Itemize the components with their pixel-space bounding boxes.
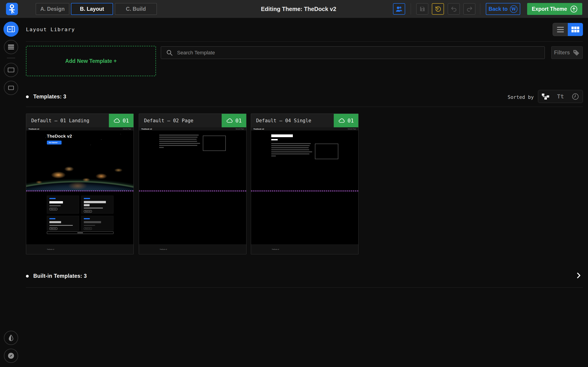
topbar: A. Design B. Layout C. Build Editing The… — [0, 0, 588, 18]
sort-by-name-button[interactable]: Tt — [553, 90, 567, 103]
card-title: Default – 01 Landing — [31, 114, 89, 127]
preview-post: Read more — [81, 196, 113, 214]
sidebar-divider — [7, 58, 15, 58]
save-button[interactable] — [416, 3, 428, 15]
hierarchy-sort-icon — [541, 93, 550, 100]
preview-post: Read more — [47, 196, 79, 214]
card-header: Default – 01 Landing 01 — [26, 114, 133, 127]
preview-footer-text: TheDock v2 — [272, 249, 279, 250]
editing-theme-title: Editing Theme: TheDock v2 — [225, 0, 372, 18]
sorted-by-label: Sorted by — [508, 94, 534, 100]
preview-post: Read more — [47, 216, 79, 231]
wordpress-icon: W — [510, 5, 518, 13]
template-card-landing[interactable]: Default – 01 Landing 01 TheDock v2 Sampl… — [26, 114, 134, 254]
preview-navbar: TheDock v2 Sample Page — [26, 127, 133, 131]
search-icon — [166, 49, 173, 56]
sidebar-item-footer[interactable] — [4, 81, 18, 95]
card-header: Default – 02 Page 01 — [139, 114, 246, 127]
preview-hero-title: TheDock v2 — [47, 134, 72, 139]
preview-footer-text: TheDock v2 — [160, 249, 167, 250]
sort-by-structure-button[interactable] — [539, 90, 552, 103]
grid-view-button[interactable] — [568, 23, 583, 36]
builtin-templates-row[interactable]: Built-in Templates: 3 — [26, 273, 87, 279]
preview-image-placeholder — [315, 144, 338, 159]
expand-builtin-button[interactable] — [575, 272, 582, 279]
sidebar-item-compass[interactable] — [4, 349, 18, 363]
template-card-page[interactable]: Default – 02 Page 01 TheDock v2 Sample P… — [139, 114, 246, 254]
card-title: Default – 04 Single — [256, 114, 311, 127]
preview-nav-link: Sample Page — [348, 128, 356, 130]
preview-title-bar — [271, 134, 293, 137]
preview-view-more-button — [47, 232, 113, 234]
arrow-right-icon: → — [58, 142, 60, 143]
preview-navbar: TheDock v2 Sample Page — [251, 127, 358, 131]
preview-brand: TheDock v2 — [253, 128, 264, 130]
sidebar-item-contrast[interactable] — [4, 331, 18, 345]
preview-nav-link: Sample Page — [123, 128, 131, 130]
bullet-icon — [26, 95, 29, 98]
ankh-logo-icon — [9, 4, 15, 14]
sort-by-date-button[interactable] — [569, 90, 582, 103]
compass-icon — [7, 352, 15, 359]
clock-sort-icon — [572, 93, 579, 100]
tab-design[interactable]: A. Design — [36, 3, 69, 15]
history-clock-icon — [435, 6, 441, 12]
back-to-wordpress-button[interactable]: Back to W — [486, 3, 520, 15]
users-icon — [396, 6, 403, 12]
view-toggle — [553, 23, 583, 36]
cloud-icon — [226, 118, 233, 123]
undo-icon — [451, 6, 457, 12]
app-window: A. Design B. Layout C. Build Editing The… — [0, 0, 588, 367]
add-new-template-button[interactable]: Add New Template + — [26, 46, 156, 76]
sync-badge[interactable]: 01 — [334, 114, 358, 127]
layout-library-icon — [7, 26, 15, 32]
export-upload-icon — [570, 5, 578, 13]
preview-footer: TheDock v2 — [26, 244, 133, 254]
redo-button[interactable] — [463, 3, 476, 15]
chevron-right-icon — [575, 272, 582, 279]
template-card-single[interactable]: Default – 04 Single 01 TheDock v2 Sample… — [251, 114, 359, 254]
list-view-icon — [557, 27, 564, 28]
sync-badge[interactable]: 01 — [109, 114, 133, 127]
filters-button[interactable]: Filters — [551, 46, 583, 59]
search-input[interactable] — [177, 50, 540, 56]
section-split-line — [139, 191, 246, 191]
preview-hero-image: TheDock v2 Get Started → — [26, 131, 133, 191]
preview-post: Read more — [81, 216, 113, 231]
preview-navbar: TheDock v2 Sample Page — [139, 127, 246, 131]
filters-label: Filters — [554, 50, 570, 56]
rows-icon — [8, 44, 15, 50]
sidebar-item-header[interactable] — [4, 63, 18, 77]
tag-icon — [573, 49, 580, 56]
header-frame-icon — [7, 67, 15, 73]
undo-button[interactable] — [448, 3, 460, 15]
sidebar-item-sections[interactable] — [4, 40, 18, 54]
list-view-button[interactable] — [553, 23, 568, 36]
tab-layout[interactable]: B. Layout — [71, 3, 113, 15]
collaborators-button[interactable] — [393, 3, 405, 15]
preview-brand: TheDock v2 — [28, 128, 39, 130]
redo-icon — [466, 6, 473, 12]
templates-count-row: Templates: 3 — [26, 94, 66, 100]
tab-build[interactable]: C. Build — [115, 3, 157, 15]
sync-badge[interactable]: 01 — [222, 114, 246, 127]
preview-footer-text: TheDock v2 — [47, 249, 54, 250]
builtin-templates-label: Built-in Templates: 3 — [33, 273, 87, 279]
tab-design-label: A. Design — [40, 6, 65, 12]
preview-meta-bar — [271, 139, 278, 140]
preview-hero-button: Get Started → — [47, 141, 61, 144]
sidebar-item-layout-library[interactable] — [3, 22, 19, 37]
section-split-line — [251, 191, 358, 191]
toolbar-divider — [480, 3, 480, 15]
separator — [26, 107, 583, 107]
history-button[interactable] — [432, 3, 444, 15]
export-theme-button[interactable]: Export Theme — [527, 3, 582, 15]
add-new-template-label: Add New Template + — [65, 58, 117, 64]
page-title: Layout Library — [26, 27, 75, 32]
preview-footer: TheDock v2 — [251, 244, 358, 254]
card-title: Default – 02 Page — [144, 114, 193, 127]
section-split-line — [26, 191, 133, 191]
alphabetical-sort-icon: Tt — [557, 93, 564, 100]
app-logo[interactable] — [6, 3, 18, 15]
back-to-label: Back to — [489, 6, 508, 12]
